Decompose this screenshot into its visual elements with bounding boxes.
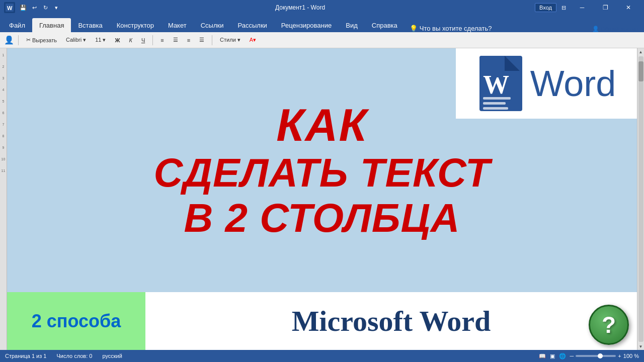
- title-bar-left: W 💾 ↩ ↻ ▾: [4, 2, 65, 13]
- justify[interactable]: ☰: [196, 35, 208, 45]
- window-title: Документ1 - Word: [65, 4, 535, 11]
- microsoft-word-panel: Microsoft Word: [145, 292, 637, 350]
- zoom-out-icon[interactable]: ─: [570, 353, 574, 359]
- ruler-tick: 2: [3, 65, 5, 68]
- question-mark-icon: ?: [602, 313, 616, 336]
- bottom-section: 2 способа Microsoft Word ?: [7, 292, 637, 350]
- ruler-tick: 4: [3, 88, 5, 92]
- two-ways-text: 2 способа: [32, 311, 121, 332]
- redo-icon[interactable]: ↻: [40, 3, 50, 13]
- language: русский: [102, 353, 122, 359]
- scroll-track[interactable]: [638, 56, 643, 342]
- align-right[interactable]: ≡: [184, 36, 194, 45]
- quick-access-dropdown[interactable]: ▾: [51, 3, 61, 13]
- tab-references[interactable]: Ссылки: [194, 18, 231, 32]
- tab-design[interactable]: Конструктор: [110, 18, 161, 32]
- scroll-up-arrow[interactable]: ▲: [637, 48, 645, 55]
- tab-layout[interactable]: Макет: [161, 18, 194, 32]
- view-switch-icon[interactable]: ⊟: [558, 3, 569, 13]
- undo-icon[interactable]: ↩: [29, 3, 39, 13]
- underline-button[interactable]: Ч: [138, 36, 148, 45]
- separator-3: [212, 35, 212, 45]
- svg-rect-6: [483, 97, 511, 100]
- zoom-thumb: [598, 353, 603, 358]
- scroll-down-arrow[interactable]: ▼: [637, 343, 645, 350]
- status-bar: Страница 1 из 1 Число слов: 0 русский 📖 …: [0, 350, 644, 362]
- cut-button[interactable]: ✂ Вырезать: [23, 35, 60, 45]
- tell-me-area: 💡 Что вы хотите сделать?: [410, 25, 492, 32]
- ruler-tick: 5: [3, 100, 5, 103]
- heading-line1: КАК: [276, 103, 368, 148]
- share-button[interactable]: 👤 Общий доступ: [592, 26, 638, 32]
- web-layout-icon[interactable]: 🌐: [559, 353, 566, 359]
- tab-file[interactable]: Файл: [2, 18, 32, 32]
- zoom-controls: ─ + 100 %: [570, 353, 639, 359]
- close-button[interactable]: ✕: [617, 0, 640, 15]
- font-size[interactable]: 11 ▾: [92, 35, 109, 45]
- print-layout-icon[interactable]: ▣: [550, 353, 555, 359]
- quick-access-toolbar: 💾 ↩ ↻ ▾: [18, 3, 61, 13]
- tab-review[interactable]: Рецензирование: [274, 18, 339, 32]
- login-button[interactable]: Вход: [535, 3, 556, 12]
- two-ways-badge: 2 способа: [7, 292, 145, 350]
- cut-icon: ✂: [26, 37, 31, 43]
- big-text-area: W Word КАК СДЕЛАТЬ ТЕКСТ В 2 СТОЛБЦА: [7, 48, 637, 292]
- ribbon-tabs: Файл Главная Вставка Конструктор Макет С…: [0, 15, 644, 32]
- word-logo-icon: W: [477, 56, 522, 111]
- zoom-slider[interactable]: [576, 355, 616, 357]
- microsoft-word-text: Microsoft Word: [292, 304, 491, 338]
- ruler-tick: 10: [2, 157, 6, 161]
- heading-line3: В 2 СТОЛБЦА: [184, 198, 460, 238]
- word-app-icon: W: [4, 2, 15, 13]
- document-content: W Word КАК СДЕЛАТЬ ТЕКСТ В 2 СТОЛБЦА: [7, 48, 637, 350]
- align-center[interactable]: ☰: [170, 35, 182, 45]
- styles-dropdown[interactable]: Стили ▾: [216, 35, 244, 45]
- window-controls: ─ ❐ ✕: [571, 0, 640, 15]
- save-icon[interactable]: 💾: [18, 3, 28, 13]
- ruler-tick: 9: [3, 146, 5, 149]
- maximize-button[interactable]: ❐: [594, 0, 617, 15]
- align-left[interactable]: ≡: [157, 36, 167, 45]
- thumbnail-overlay: W Word КАК СДЕЛАТЬ ТЕКСТ В 2 СТОЛБЦА: [7, 48, 637, 350]
- font-name[interactable]: Calibri ▾: [62, 35, 90, 45]
- svg-text:W: W: [483, 70, 509, 99]
- tab-home[interactable]: Главная: [32, 18, 71, 32]
- title-bar-right: Вход ⊟ ─ ❐ ✕: [535, 0, 640, 15]
- bold-button[interactable]: Ж: [111, 36, 123, 45]
- user-icon: 👤: [4, 35, 14, 45]
- share-icon: 👤: [592, 26, 599, 32]
- word-logo-area: W Word: [456, 48, 637, 119]
- scrollbar-right[interactable]: ▲ ▼: [637, 48, 644, 350]
- ribbon-right-actions: 👤 Общий доступ: [592, 26, 642, 32]
- ruler-tick: 7: [3, 123, 5, 126]
- minimize-button[interactable]: ─: [571, 0, 594, 15]
- svg-text:W: W: [7, 5, 13, 11]
- title-bar: W 💾 ↩ ↻ ▾ Документ1 - Word Вход ⊟ ─ ❐ ✕: [0, 0, 644, 15]
- ribbon-toolbar: 👤 ✂ Вырезать Calibri ▾ 11 ▾ Ж К Ч ≡ ☰ ≡ …: [0, 32, 644, 48]
- main-area: 1 2 3 4 5 6 7 8 9 10 11: [0, 48, 644, 350]
- separator-1: [18, 35, 19, 45]
- tab-help[interactable]: Справка: [365, 18, 405, 32]
- scroll-thumb[interactable]: [638, 61, 643, 81]
- svg-rect-8: [483, 107, 508, 110]
- zoom-in-icon[interactable]: +: [618, 353, 621, 359]
- separator-2: [152, 35, 153, 45]
- tab-mailings[interactable]: Рассылки: [230, 18, 274, 32]
- tab-view[interactable]: Вид: [339, 18, 365, 32]
- tab-insert[interactable]: Вставка: [71, 18, 109, 32]
- ruler-tick: 8: [3, 134, 5, 138]
- ruler-tick: 1: [3, 53, 5, 57]
- ruler-tick: 11: [2, 169, 6, 172]
- font-color[interactable]: A▾: [246, 35, 260, 45]
- ruler-left: 1 2 3 4 5 6 7 8 9 10 11: [0, 48, 7, 350]
- svg-rect-7: [483, 102, 506, 105]
- word-count: Число слов: 0: [56, 353, 92, 359]
- read-mode-icon[interactable]: 📖: [539, 353, 546, 359]
- italic-button[interactable]: К: [125, 36, 135, 45]
- word-text: Word: [530, 63, 616, 104]
- help-button[interactable]: ?: [589, 305, 629, 345]
- ruler-tick: 6: [3, 111, 5, 115]
- page-info: Страница 1 из 1: [5, 353, 46, 359]
- ruler-tick: 3: [3, 76, 5, 80]
- ribbon: Файл Главная Вставка Конструктор Макет С…: [0, 15, 644, 48]
